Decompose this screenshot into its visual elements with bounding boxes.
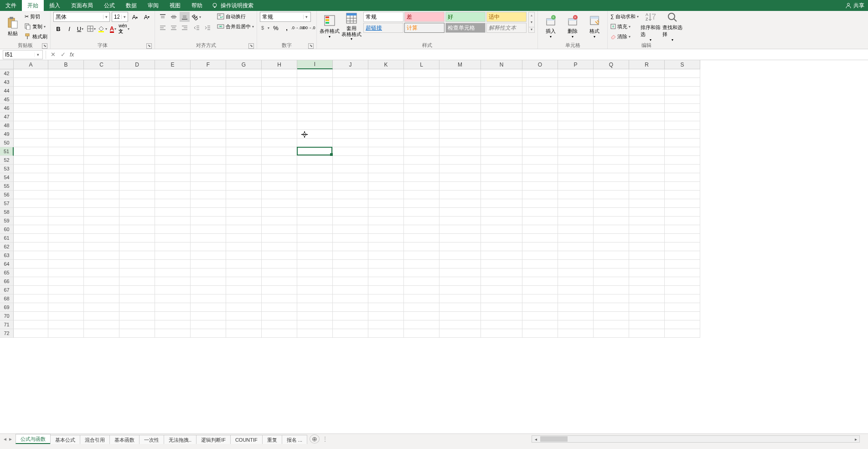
cell[interactable] <box>333 286 368 294</box>
cell[interactable] <box>522 191 558 199</box>
cell[interactable] <box>262 182 297 191</box>
align-middle-button[interactable] <box>169 12 179 22</box>
cell[interactable] <box>155 208 191 217</box>
cell[interactable] <box>191 78 226 87</box>
cell[interactable] <box>594 312 629 320</box>
cell[interactable] <box>84 130 119 139</box>
cell[interactable] <box>594 277 629 286</box>
cell[interactable] <box>629 130 665 139</box>
cell[interactable] <box>522 243 558 251</box>
name-box[interactable]: ▾ <box>3 50 43 59</box>
cell[interactable] <box>14 147 48 156</box>
cell[interactable] <box>404 113 439 121</box>
cell[interactable] <box>594 147 629 156</box>
cell[interactable] <box>629 191 665 199</box>
cell[interactable] <box>522 173 558 182</box>
cell[interactable] <box>48 320 84 329</box>
cell[interactable] <box>439 95 481 104</box>
row-header[interactable]: 56 <box>0 191 14 199</box>
cell[interactable] <box>84 251 119 260</box>
cell[interactable] <box>14 225 48 234</box>
row-header[interactable]: 63 <box>0 251 14 260</box>
align-top-button[interactable] <box>158 12 168 22</box>
cell[interactable] <box>629 95 665 104</box>
cell[interactable] <box>404 268 439 277</box>
cell[interactable] <box>297 78 333 87</box>
cell[interactable] <box>481 156 522 165</box>
cell[interactable] <box>481 294 522 303</box>
cell[interactable] <box>368 225 404 234</box>
cell[interactable] <box>191 320 226 329</box>
cell[interactable] <box>439 182 481 191</box>
cell[interactable] <box>155 303 191 312</box>
cell[interactable] <box>368 208 404 217</box>
cell[interactable] <box>262 87 297 95</box>
cell[interactable] <box>262 234 297 243</box>
cell[interactable] <box>481 87 522 95</box>
row-header[interactable]: 72 <box>0 329 14 338</box>
cell[interactable] <box>155 243 191 251</box>
cell[interactable] <box>155 87 191 95</box>
cell[interactable] <box>558 87 594 95</box>
cell[interactable] <box>226 268 262 277</box>
cell[interactable] <box>191 130 226 139</box>
cell[interactable] <box>297 303 333 312</box>
style-hyperlink[interactable]: 超链接 <box>363 23 403 33</box>
sheet-tab[interactable]: 基本公式 <box>50 435 80 444</box>
cell[interactable] <box>629 78 665 87</box>
cell[interactable] <box>226 225 262 234</box>
fill-button[interactable]: 填充 ▾ <box>610 22 639 31</box>
cell[interactable] <box>439 156 481 165</box>
cell[interactable] <box>14 156 48 165</box>
cell[interactable] <box>84 113 119 121</box>
cell[interactable] <box>333 113 368 121</box>
cell[interactable] <box>558 95 594 104</box>
cell[interactable] <box>594 329 629 338</box>
cell[interactable] <box>558 182 594 191</box>
cell[interactable] <box>155 78 191 87</box>
cell[interactable] <box>155 121 191 130</box>
font-launcher[interactable]: ⬊ <box>146 43 152 49</box>
cell[interactable] <box>522 156 558 165</box>
cell[interactable] <box>48 329 84 338</box>
cell[interactable] <box>84 277 119 286</box>
cell[interactable] <box>368 303 404 312</box>
cell[interactable] <box>481 260 522 268</box>
cell[interactable] <box>481 165 522 173</box>
cell[interactable] <box>84 173 119 182</box>
cell[interactable] <box>191 208 226 217</box>
cell[interactable] <box>119 113 155 121</box>
cell[interactable] <box>439 286 481 294</box>
cell[interactable] <box>594 78 629 87</box>
cell[interactable] <box>665 147 700 156</box>
row-header[interactable]: 61 <box>0 234 14 243</box>
paste-button[interactable]: 粘贴 <box>3 12 23 41</box>
cell[interactable] <box>368 87 404 95</box>
cell[interactable] <box>629 156 665 165</box>
sheet-tab[interactable]: 报名 ... <box>282 435 307 444</box>
cell[interactable] <box>594 234 629 243</box>
cell[interactable] <box>439 69 481 78</box>
cell[interactable] <box>368 329 404 338</box>
cell[interactable] <box>481 251 522 260</box>
cell[interactable] <box>522 130 558 139</box>
cell[interactable] <box>48 121 84 130</box>
cell[interactable] <box>297 234 333 243</box>
cell[interactable] <box>522 87 558 95</box>
tab-insert[interactable]: 插入 <box>44 0 66 11</box>
sheet-tab[interactable]: 无法拖拽.. <box>164 435 196 444</box>
cell[interactable] <box>333 69 368 78</box>
cell[interactable] <box>594 173 629 182</box>
cell[interactable] <box>558 78 594 87</box>
cell[interactable] <box>226 329 262 338</box>
cell[interactable] <box>404 217 439 225</box>
cell[interactable] <box>439 251 481 260</box>
cell[interactable] <box>191 113 226 121</box>
cell[interactable] <box>665 217 700 225</box>
cell[interactable] <box>594 243 629 251</box>
cell[interactable] <box>665 268 700 277</box>
cell[interactable] <box>522 165 558 173</box>
cell[interactable] <box>439 121 481 130</box>
cell[interactable] <box>119 95 155 104</box>
cell[interactable] <box>191 225 226 234</box>
